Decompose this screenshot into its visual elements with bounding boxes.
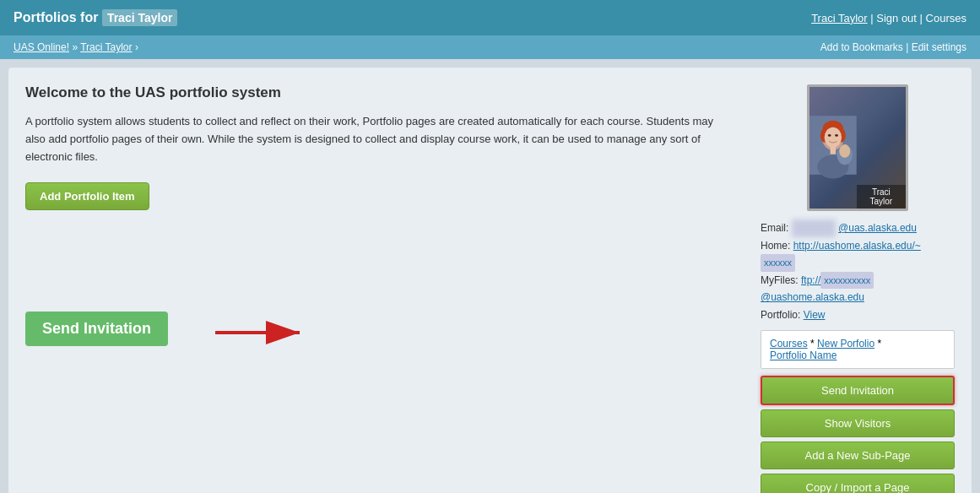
add-new-sub-page-button[interactable]: Add a New Sub-Page [761,442,955,469]
breadcrumb-bar: UAS Online! » Traci Taylor › Add to Book… [0,35,980,59]
signout-link[interactable]: Sign out [876,12,917,24]
profile-portrait [809,84,857,209]
nav-new-portfolio-link[interactable]: New Porfolio [817,338,874,349]
annotation-arrow [211,316,312,349]
username-link[interactable]: Traci Taylor [811,12,867,24]
portfolio-view-link[interactable]: View [804,309,826,321]
copy-import-page-button[interactable]: Copy / Import a Page [761,474,955,493]
profile-info: Email: xxxxxxxx @uas.alaska.edu Home: ht… [761,219,955,323]
svg-rect-12 [831,146,837,154]
header: Portfolios for Traci Taylor Traci Taylor… [0,0,980,35]
myfiles-row: MyFiles: ftp://xxxxxxxxxx @uashome.alask… [761,272,955,306]
home-row: Home: http://uashome.alaska.edu/~xxxxxx [761,237,955,272]
welcome-text: A portfolio system allows students to co… [25,113,717,165]
svg-point-8 [825,127,842,148]
breadcrumb-user[interactable]: Traci Taylor [80,41,132,53]
show-visitors-button[interactable]: Show Visitors [761,409,955,437]
right-panel: Traci Taylor Email: xxxxxxxx @uas.alaska… [761,84,955,493]
profile-photo: Traci Taylor [807,84,908,211]
add-portfolio-button[interactable]: Add Portfolio Item [25,182,149,210]
annotation-area: Send Invitation [25,312,744,346]
portfolio-row: Portfolio: View [761,306,955,323]
svg-point-10 [835,134,838,137]
email-domain[interactable]: @uas.alaska.edu [838,222,917,234]
svg-point-14 [839,144,850,158]
nav-portfolio-name-link[interactable]: Portfolio Name [770,349,837,361]
left-content: Welcome to the UAS portfolio system A po… [25,84,744,493]
edit-settings-link[interactable]: Edit settings [912,41,966,53]
breadcrumb-home[interactable]: UAS Online! [14,41,69,53]
svg-point-9 [828,134,831,137]
main-content: Welcome to the UAS portfolio system A po… [8,68,972,493]
breadcrumb: UAS Online! » Traci Taylor › [14,41,138,53]
courses-link[interactable]: Courses [926,12,966,24]
email-value: xxxxxxxx [792,219,836,237]
nav-courses-link[interactable]: Courses [770,338,808,349]
annotation-label: Send Invitation [25,312,168,346]
email-row: Email: xxxxxxxx @uas.alaska.edu [761,219,955,237]
breadcrumb-actions: Add to Bookmarks | Edit settings [820,41,966,53]
header-title: Portfolios for Traci Taylor [14,10,177,25]
profile-name-overlay: Traci Taylor [857,185,906,209]
send-invitation-button[interactable]: Send Invitation [761,376,955,405]
username-display: Traci Taylor [102,9,178,26]
profile-photo-inner: Traci Taylor [809,87,906,209]
welcome-title: Welcome to the UAS portfolio system [25,84,744,101]
add-bookmarks-link[interactable]: Add to Bookmarks [820,41,903,53]
nav-box: Courses * New Porfolio * Portfolio Name [761,330,955,369]
header-links: Traci Taylor | Sign out | Courses [811,12,966,24]
